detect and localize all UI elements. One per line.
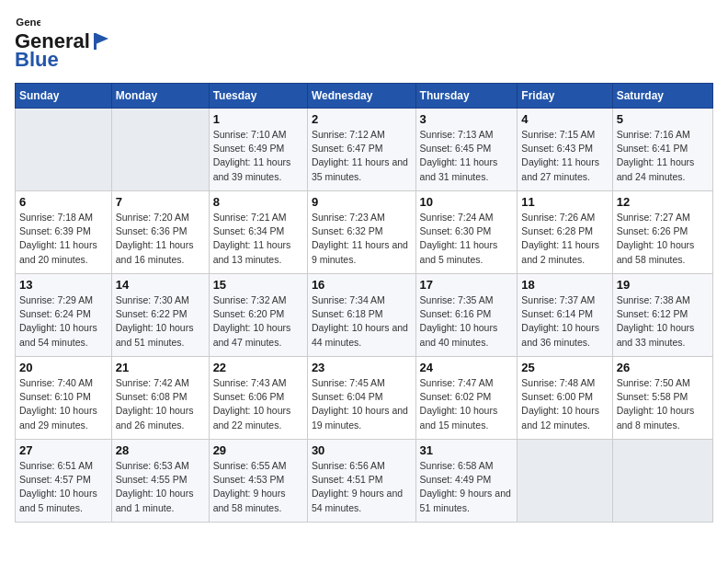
calendar-cell: 13Sunrise: 7:29 AM Sunset: 6:24 PM Dayli… [16,274,112,357]
day-info: Sunrise: 7:34 AM Sunset: 6:18 PM Dayligh… [312,293,412,350]
calendar-header-row: SundayMondayTuesdayWednesdayThursdayFrid… [16,84,713,109]
day-number: 30 [312,443,412,457]
day-info: Sunrise: 6:58 AM Sunset: 4:49 PM Dayligh… [420,459,514,515]
day-number: 31 [420,443,514,457]
day-number: 16 [312,278,412,292]
day-number: 7 [116,195,205,209]
day-info: Sunrise: 7:42 AM Sunset: 6:08 PM Dayligh… [116,376,205,432]
svg-text:General: General [16,17,40,28]
calendar-cell: 4Sunrise: 7:15 AM Sunset: 6:43 PM Daylig… [518,109,612,191]
day-info: Sunrise: 7:50 AM Sunset: 5:58 PM Dayligh… [617,376,709,432]
day-info: Sunrise: 7:26 AM Sunset: 6:28 PM Dayligh… [521,211,608,267]
day-info: Sunrise: 7:38 AM Sunset: 6:12 PM Dayligh… [617,293,709,350]
calendar-week-row: 27Sunrise: 6:51 AM Sunset: 4:57 PM Dayli… [16,440,713,523]
day-info: Sunrise: 7:21 AM Sunset: 6:34 PM Dayligh… [213,211,303,267]
day-number: 14 [116,278,205,292]
logo-flag-icon [92,31,110,52]
page-header: General General Blue [15,15,713,72]
day-info: Sunrise: 7:27 AM Sunset: 6:26 PM Dayligh… [617,211,709,267]
calendar-cell: 1Sunrise: 7:10 AM Sunset: 6:49 PM Daylig… [209,109,307,191]
calendar-cell: 11Sunrise: 7:26 AM Sunset: 6:28 PM Dayli… [518,191,612,274]
day-number: 12 [617,195,709,209]
calendar-cell: 12Sunrise: 7:27 AM Sunset: 6:26 PM Dayli… [612,191,712,274]
calendar-cell: 2Sunrise: 7:12 AM Sunset: 6:47 PM Daylig… [307,109,415,191]
day-info: Sunrise: 7:40 AM Sunset: 6:10 PM Dayligh… [19,376,108,432]
day-info: Sunrise: 7:32 AM Sunset: 6:20 PM Dayligh… [213,293,303,350]
calendar-table: SundayMondayTuesdayWednesdayThursdayFrid… [15,83,713,523]
day-info: Sunrise: 7:16 AM Sunset: 6:41 PM Dayligh… [617,128,709,184]
day-number: 23 [312,361,412,374]
calendar-cell: 14Sunrise: 7:30 AM Sunset: 6:22 PM Dayli… [111,274,209,357]
calendar-cell: 3Sunrise: 7:13 AM Sunset: 6:45 PM Daylig… [415,109,518,191]
weekday-header-thursday: Thursday [415,84,518,109]
day-number: 27 [19,443,108,457]
day-info: Sunrise: 7:15 AM Sunset: 6:43 PM Dayligh… [521,128,608,184]
calendar-cell: 7Sunrise: 7:20 AM Sunset: 6:36 PM Daylig… [111,191,209,274]
day-info: Sunrise: 7:10 AM Sunset: 6:49 PM Dayligh… [213,128,303,184]
calendar-cell: 20Sunrise: 7:40 AM Sunset: 6:10 PM Dayli… [16,357,112,440]
day-number: 26 [617,361,709,374]
logo-blue: Blue [15,48,59,72]
day-info: Sunrise: 7:45 AM Sunset: 6:04 PM Dayligh… [312,376,412,432]
day-info: Sunrise: 7:37 AM Sunset: 6:14 PM Dayligh… [521,293,608,350]
day-info: Sunrise: 7:18 AM Sunset: 6:39 PM Dayligh… [19,211,108,267]
day-number: 21 [116,361,205,374]
day-number: 9 [312,195,412,209]
calendar-cell: 10Sunrise: 7:24 AM Sunset: 6:30 PM Dayli… [415,191,518,274]
calendar-cell: 29Sunrise: 6:55 AM Sunset: 4:53 PM Dayli… [209,440,307,523]
calendar-cell: 27Sunrise: 6:51 AM Sunset: 4:57 PM Dayli… [16,440,112,523]
calendar-cell: 8Sunrise: 7:21 AM Sunset: 6:34 PM Daylig… [209,191,307,274]
day-number: 28 [116,443,205,457]
calendar-cell: 17Sunrise: 7:35 AM Sunset: 6:16 PM Dayli… [415,274,518,357]
calendar-cell: 30Sunrise: 6:56 AM Sunset: 4:51 PM Dayli… [307,440,415,523]
day-info: Sunrise: 7:29 AM Sunset: 6:24 PM Dayligh… [19,293,108,350]
svg-marker-1 [96,33,108,44]
calendar-cell [16,109,112,191]
calendar-cell: 15Sunrise: 7:32 AM Sunset: 6:20 PM Dayli… [209,274,307,357]
day-info: Sunrise: 6:51 AM Sunset: 4:57 PM Dayligh… [19,459,108,515]
day-number: 4 [521,112,608,126]
weekday-header-tuesday: Tuesday [209,84,307,109]
calendar-week-row: 13Sunrise: 7:29 AM Sunset: 6:24 PM Dayli… [16,274,713,357]
day-number: 2 [312,112,412,126]
day-info: Sunrise: 7:30 AM Sunset: 6:22 PM Dayligh… [116,293,205,350]
day-number: 13 [19,278,108,292]
calendar-cell: 9Sunrise: 7:23 AM Sunset: 6:32 PM Daylig… [307,191,415,274]
weekday-header-saturday: Saturday [612,84,712,109]
calendar-cell: 6Sunrise: 7:18 AM Sunset: 6:39 PM Daylig… [16,191,112,274]
weekday-header-monday: Monday [111,84,209,109]
logo: General General Blue [15,15,110,72]
calendar-cell [518,440,612,523]
calendar-cell: 25Sunrise: 7:48 AM Sunset: 6:00 PM Dayli… [518,357,612,440]
weekday-header-wednesday: Wednesday [307,84,415,109]
day-number: 10 [420,195,514,209]
day-info: Sunrise: 6:56 AM Sunset: 4:51 PM Dayligh… [312,459,412,515]
calendar-cell: 18Sunrise: 7:37 AM Sunset: 6:14 PM Dayli… [518,274,612,357]
day-info: Sunrise: 7:12 AM Sunset: 6:47 PM Dayligh… [312,128,412,184]
calendar-cell: 24Sunrise: 7:47 AM Sunset: 6:02 PM Dayli… [415,357,518,440]
svg-rect-2 [94,33,97,50]
day-number: 5 [617,112,709,126]
day-number: 19 [617,278,709,292]
calendar-cell: 21Sunrise: 7:42 AM Sunset: 6:08 PM Dayli… [111,357,209,440]
day-info: Sunrise: 7:23 AM Sunset: 6:32 PM Dayligh… [312,211,412,267]
day-number: 3 [420,112,514,126]
calendar-cell [111,109,209,191]
day-number: 18 [521,278,608,292]
calendar-week-row: 20Sunrise: 7:40 AM Sunset: 6:10 PM Dayli… [16,357,713,440]
calendar-cell: 16Sunrise: 7:34 AM Sunset: 6:18 PM Dayli… [307,274,415,357]
calendar-cell: 31Sunrise: 6:58 AM Sunset: 4:49 PM Dayli… [415,440,518,523]
day-number: 15 [213,278,303,292]
calendar-cell: 19Sunrise: 7:38 AM Sunset: 6:12 PM Dayli… [612,274,712,357]
calendar-cell: 5Sunrise: 7:16 AM Sunset: 6:41 PM Daylig… [612,109,712,191]
logo-icon: General [15,17,40,29]
weekday-header-sunday: Sunday [16,84,112,109]
day-number: 25 [521,361,608,374]
day-info: Sunrise: 7:20 AM Sunset: 6:36 PM Dayligh… [116,211,205,267]
calendar-cell: 23Sunrise: 7:45 AM Sunset: 6:04 PM Dayli… [307,357,415,440]
calendar-week-row: 1Sunrise: 7:10 AM Sunset: 6:49 PM Daylig… [16,109,713,191]
day-info: Sunrise: 7:35 AM Sunset: 6:16 PM Dayligh… [420,293,514,350]
calendar-cell: 26Sunrise: 7:50 AM Sunset: 5:58 PM Dayli… [612,357,712,440]
day-info: Sunrise: 7:43 AM Sunset: 6:06 PM Dayligh… [213,376,303,432]
day-info: Sunrise: 7:24 AM Sunset: 6:30 PM Dayligh… [420,211,514,267]
